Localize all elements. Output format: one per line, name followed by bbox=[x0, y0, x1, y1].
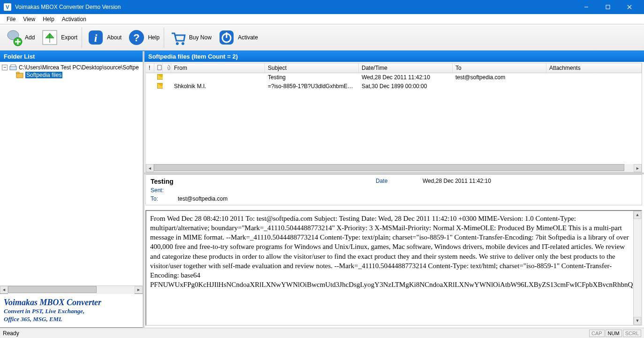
scroll-right-icon[interactable]: ► bbox=[634, 164, 642, 172]
toolbar: Add Export i About ? Help Buy Now Activa… bbox=[0, 24, 644, 51]
status-cap: CAP bbox=[589, 330, 605, 337]
svg-text:i: i bbox=[94, 32, 98, 44]
add-button[interactable]: Add bbox=[2, 26, 37, 49]
col-from[interactable]: From bbox=[171, 63, 265, 73]
status-scrl: SCRL bbox=[623, 330, 641, 337]
scroll-track[interactable] bbox=[8, 286, 135, 294]
help-button[interactable]: ? Help bbox=[125, 26, 162, 49]
col-subject[interactable]: Subject bbox=[265, 63, 359, 73]
svg-rect-19 bbox=[11, 65, 15, 67]
toolbar-separator bbox=[164, 27, 164, 48]
scroll-left-icon[interactable]: ◄ bbox=[0, 286, 8, 294]
menu-activation[interactable]: Activation bbox=[58, 15, 90, 23]
scroll-left-icon[interactable]: ◄ bbox=[146, 164, 154, 172]
add-icon bbox=[4, 28, 23, 47]
help-icon: ? bbox=[127, 28, 146, 47]
menu-file[interactable]: File bbox=[3, 15, 19, 23]
app-icon: V bbox=[4, 3, 11, 11]
about-button[interactable]: i About bbox=[84, 26, 124, 49]
cell-att bbox=[546, 74, 642, 82]
cell-from bbox=[171, 74, 265, 82]
minimize-button[interactable] bbox=[576, 0, 597, 14]
toolbar-separator bbox=[82, 27, 82, 48]
power-icon bbox=[217, 28, 236, 47]
svg-rect-1 bbox=[606, 5, 610, 9]
menubar: File View Help Activation bbox=[0, 14, 644, 24]
folder-icon bbox=[16, 72, 23, 78]
drive-icon bbox=[9, 64, 17, 71]
activate-button[interactable]: Activate bbox=[215, 26, 260, 49]
branding-box: Voimakas MBOX Converter Convert in PST, … bbox=[0, 293, 143, 328]
message-list-header: Softpedia files (Item Count = 2) bbox=[144, 51, 644, 62]
tree-hscroll[interactable]: ◄ ► bbox=[0, 285, 143, 293]
branding-line1: Convert in PST, Live Exchange, bbox=[4, 308, 139, 315]
table-row[interactable]: Testing Wed,28 Dec 2011 11:42:10 test@so… bbox=[146, 73, 642, 82]
maximize-button[interactable] bbox=[597, 0, 619, 14]
close-button[interactable] bbox=[619, 0, 640, 14]
svg-point-14 bbox=[182, 42, 184, 45]
preview-sent-label: Sent: bbox=[151, 187, 178, 194]
preview-subject: Testing bbox=[151, 178, 357, 185]
activate-label: Activate bbox=[238, 34, 258, 41]
svg-point-13 bbox=[176, 42, 179, 45]
message-body-text: From Wed Dec 28 08:42:10 2011 To: test@s… bbox=[150, 214, 637, 290]
tree-child-row[interactable]: Softpedia files bbox=[0, 71, 143, 79]
add-label: Add bbox=[25, 34, 35, 41]
info-icon: i bbox=[86, 28, 105, 47]
col-to[interactable]: To bbox=[453, 63, 546, 73]
scroll-thumb[interactable] bbox=[154, 164, 624, 171]
grid-hscroll[interactable]: ◄ ► bbox=[146, 164, 642, 172]
col-attachments[interactable]: Attachments bbox=[546, 63, 642, 73]
cell-subject: =?iso-8859-1?B?U3dldGxhbmEgTm92... bbox=[265, 83, 359, 90]
preview-date-value: Wed,28 Dec 2011 11:42:10 bbox=[423, 178, 491, 185]
svg-text:?: ? bbox=[134, 32, 140, 44]
grid-header-row: ! From Subject Date/Time To Attachments bbox=[146, 63, 642, 73]
body-vscroll[interactable]: ▲ ▼ bbox=[633, 211, 641, 325]
branding-line2: Office 365, MSG, EML bbox=[4, 315, 139, 323]
cell-subject: Testing bbox=[265, 74, 359, 82]
menu-help[interactable]: Help bbox=[39, 15, 58, 23]
scroll-right-icon[interactable]: ► bbox=[135, 286, 143, 294]
scroll-thumb[interactable] bbox=[8, 286, 97, 293]
cell-to: test@softpedia.com bbox=[453, 74, 546, 82]
tree-root-row[interactable]: − C:\Users\Mircea Test PC\Desktop\source… bbox=[0, 64, 143, 71]
status-text: Ready bbox=[3, 330, 19, 337]
buy-label: Buy Now bbox=[189, 34, 212, 41]
svg-rect-22 bbox=[158, 65, 161, 70]
status-num: NUM bbox=[606, 330, 622, 337]
export-button[interactable]: Export bbox=[38, 26, 80, 49]
scroll-down-icon[interactable]: ▼ bbox=[634, 317, 641, 325]
folder-list-header: Folder List bbox=[0, 51, 143, 62]
col-icon[interactable] bbox=[154, 63, 163, 73]
statusbar: Ready CAP NUM SCRL bbox=[0, 328, 644, 338]
col-datetime[interactable]: Date/Time bbox=[359, 63, 453, 73]
cell-att bbox=[546, 83, 642, 90]
preview-to-label: To: bbox=[151, 195, 178, 202]
right-panel: Softpedia files (Item Count = 2) ! From … bbox=[144, 51, 644, 328]
cell-to bbox=[453, 83, 546, 90]
grid-body[interactable]: Testing Wed,28 Dec 2011 11:42:10 test@so… bbox=[146, 73, 642, 164]
mail-icon bbox=[157, 83, 163, 89]
svg-rect-21 bbox=[16, 72, 19, 74]
table-row[interactable]: Shkolnik M.I. =?iso-8859-1?B?U3dldGxhbmE… bbox=[146, 82, 642, 91]
message-body[interactable]: From Wed Dec 28 08:42:10 2011 To: test@s… bbox=[145, 210, 642, 326]
tree-root-label: C:\Users\Mircea Test PC\Desktop\source\S… bbox=[19, 64, 139, 71]
left-panel: Folder List − C:\Users\Mircea Test PC\De… bbox=[0, 51, 144, 328]
message-grid: ! From Subject Date/Time To Attachments … bbox=[145, 63, 642, 173]
scroll-up-icon[interactable]: ▲ bbox=[634, 211, 641, 219]
tree-child-label: Softpedia files bbox=[25, 72, 62, 78]
scroll-track[interactable] bbox=[154, 164, 634, 172]
folder-tree[interactable]: − C:\Users\Mircea Test PC\Desktop\source… bbox=[0, 62, 143, 285]
mail-icon bbox=[157, 74, 163, 80]
tree-collapse-icon[interactable]: − bbox=[2, 65, 8, 70]
main-area: Folder List − C:\Users\Mircea Test PC\De… bbox=[0, 51, 644, 328]
branding-title: Voimakas MBOX Converter bbox=[4, 298, 139, 308]
preview-pane: Testing Date Wed,28 Dec 2011 11:42:10 Se… bbox=[145, 174, 642, 205]
window-title: Voimakas MBOX Converter Demo Version bbox=[15, 4, 576, 10]
col-attach[interactable] bbox=[163, 63, 171, 73]
titlebar: V Voimakas MBOX Converter Demo Version bbox=[0, 0, 644, 14]
menu-view[interactable]: View bbox=[19, 15, 39, 23]
buy-now-button[interactable]: Buy Now bbox=[166, 26, 214, 49]
col-importance[interactable]: ! bbox=[146, 63, 154, 73]
preview-to-value: test@softpedia.com bbox=[178, 195, 227, 202]
